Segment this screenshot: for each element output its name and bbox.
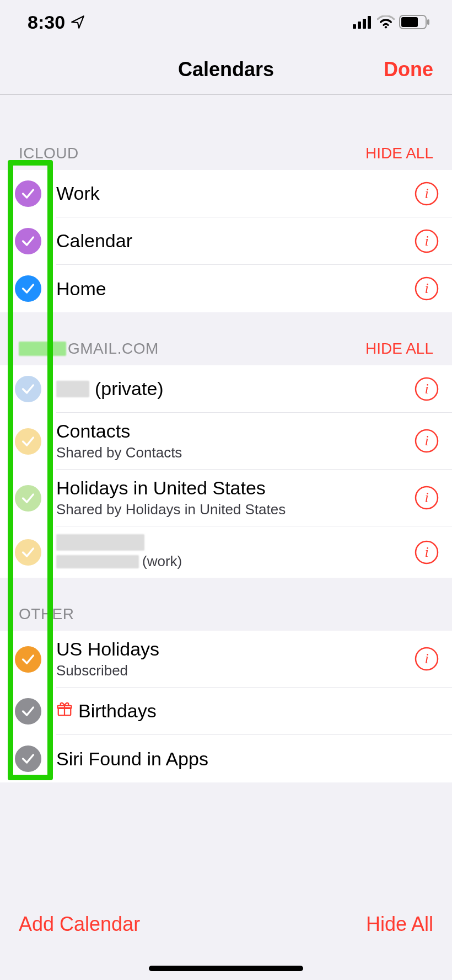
calendar-title: Calendar [56, 230, 415, 252]
calendar-title: US Holidays [56, 638, 415, 660]
status-left: 8:30 [28, 12, 85, 33]
svg-rect-7 [427, 19, 429, 25]
calendar-subtitle-label: Shared by Contacts [56, 444, 182, 461]
calendar-toggle[interactable] [0, 228, 56, 254]
calendar-list: (private)iContactsShared by ContactsiHol… [0, 365, 452, 578]
row-text: Birthdays [56, 693, 439, 729]
row-text: ContactsShared by Contacts [56, 413, 415, 469]
cellular-icon [353, 15, 373, 29]
calendar-row[interactable]: Siri Found in Apps [0, 735, 452, 782]
svg-text:i: i [424, 185, 428, 201]
calendar-title-label: US Holidays [56, 638, 159, 660]
row-body: Calendari [56, 217, 452, 265]
row-text: Siri Found in Apps [56, 741, 439, 777]
calendar-toggle[interactable] [0, 428, 56, 455]
redacted-text [56, 381, 89, 397]
checkmark-icon [15, 485, 41, 512]
add-calendar-button[interactable]: Add Calendar [19, 913, 140, 936]
calendar-subtitle: Shared by Holidays in United States [56, 501, 415, 518]
row-text: Work [56, 175, 415, 212]
svg-text:i: i [424, 651, 428, 667]
calendar-subtitle: Shared by Contacts [56, 444, 415, 461]
calendar-toggle[interactable] [0, 485, 56, 512]
calendar-row[interactable]: Homei [0, 265, 452, 312]
calendar-row[interactable]: Worki [0, 170, 452, 217]
row-text: (private) [56, 370, 415, 407]
calendar-toggle[interactable] [0, 376, 56, 402]
section-title-label: ICLOUD [19, 145, 79, 162]
row-text: US HolidaysSubscribed [56, 631, 415, 687]
row-text: Calendar [56, 222, 415, 259]
calendar-subtitle-label: (work) [142, 553, 182, 570]
calendar-toggle[interactable] [0, 745, 56, 772]
svg-text:i: i [424, 280, 428, 296]
calendar-title-label: Calendar [56, 230, 132, 252]
svg-text:i: i [424, 433, 428, 449]
info-button[interactable]: i [415, 429, 439, 453]
svg-text:i: i [424, 233, 428, 249]
calendar-toggle[interactable] [0, 646, 56, 673]
checkmark-icon [15, 376, 41, 402]
hide-all-section-button[interactable]: HIDE ALL [365, 340, 433, 358]
svg-rect-6 [401, 17, 418, 27]
svg-text:i: i [424, 544, 428, 560]
section-header: OTHER [0, 578, 452, 631]
battery-icon [399, 15, 430, 29]
info-button[interactable]: i [415, 182, 439, 206]
svg-rect-2 [363, 19, 366, 29]
calendar-row[interactable]: ContactsShared by Contactsi [0, 413, 452, 470]
calendar-row[interactable]: US HolidaysSubscribedi [0, 631, 452, 688]
svg-rect-3 [368, 16, 371, 29]
calendar-title-label: Home [56, 278, 106, 300]
calendar-toggle[interactable] [0, 539, 56, 566]
info-button[interactable]: i [415, 377, 439, 401]
calendar-toggle[interactable] [0, 275, 56, 302]
row-body: (work)i [56, 526, 452, 578]
calendar-subtitle-label: Subscribed [56, 662, 128, 679]
hide-all-button[interactable]: Hide All [366, 913, 433, 936]
redacted-text [19, 342, 66, 356]
calendar-row[interactable]: (work)i [0, 526, 452, 578]
calendar-title: Work [56, 183, 415, 204]
svg-text:i: i [424, 381, 428, 397]
row-text: Home [56, 270, 415, 307]
wifi-icon [377, 15, 395, 29]
calendar-row[interactable]: Birthdays [0, 688, 452, 735]
calendar-subtitle-label: Shared by Holidays in United States [56, 501, 286, 518]
info-button[interactable]: i [415, 276, 439, 301]
row-body: US HolidaysSubscribedi [56, 631, 452, 688]
nav-header: Calendars Done [0, 44, 452, 95]
row-body: Birthdays [56, 688, 452, 735]
row-body: (private)i [56, 365, 452, 413]
calendar-title: Home [56, 278, 415, 300]
info-button[interactable]: i [415, 647, 439, 671]
svg-rect-1 [358, 22, 361, 29]
redacted-text [56, 534, 144, 551]
calendar-row[interactable]: Holidays in United StatesShared by Holid… [0, 470, 452, 526]
svg-rect-0 [353, 24, 356, 29]
info-button[interactable]: i [415, 486, 439, 510]
calendar-title: Birthdays [56, 700, 439, 722]
row-text: (work) [56, 526, 415, 578]
section-title-label: GMAIL.COM [68, 340, 159, 358]
row-body: Siri Found in Apps [56, 735, 452, 782]
section-title: GMAIL.COM [19, 340, 159, 358]
calendar-title: Contacts [56, 420, 415, 442]
done-button[interactable]: Done [384, 58, 452, 81]
section-title: OTHER [19, 605, 74, 623]
checkmark-icon [15, 180, 41, 207]
row-text: Holidays in United StatesShared by Holid… [56, 470, 415, 526]
calendar-toggle[interactable] [0, 698, 56, 725]
calendar-subtitle: (work) [56, 553, 415, 570]
calendar-title-label: Work [56, 183, 100, 204]
calendar-row[interactable]: Calendari [0, 217, 452, 265]
calendar-row[interactable]: (private)i [0, 365, 452, 413]
info-button[interactable]: i [415, 229, 439, 253]
calendar-toggle[interactable] [0, 180, 56, 207]
status-bar: 8:30 [0, 0, 452, 44]
info-button[interactable]: i [415, 540, 439, 564]
hide-all-section-button[interactable]: HIDE ALL [365, 145, 433, 162]
checkmark-icon [15, 646, 41, 673]
home-indicator [149, 966, 303, 971]
row-body: Worki [56, 170, 452, 217]
